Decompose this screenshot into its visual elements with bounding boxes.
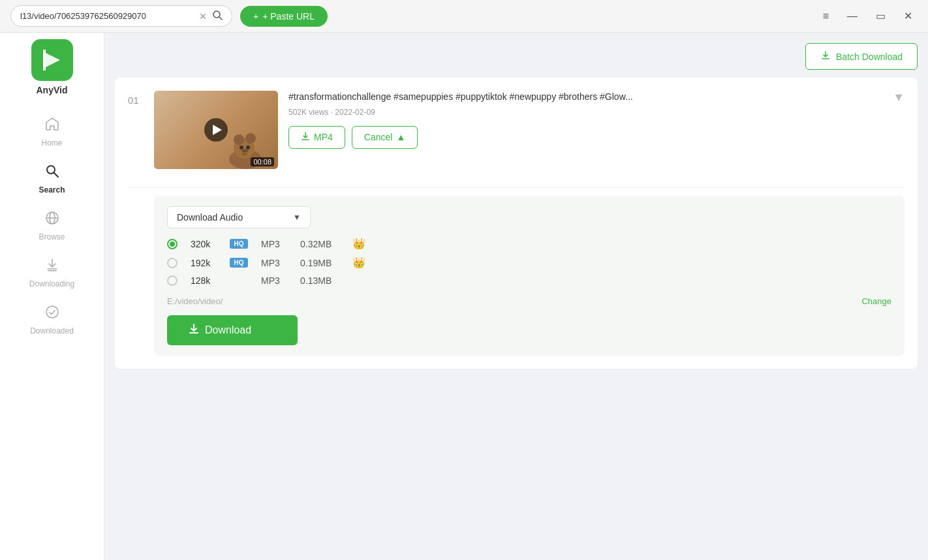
- dropdown-arrow-icon: ▼: [293, 213, 301, 222]
- search-nav-icon: [44, 163, 60, 183]
- format-options: 320k HQ MP3 0.32MB 👑 192k HQ MP3 0.19MB …: [167, 238, 891, 286]
- main-layout: AnyVid Home Search: [0, 33, 928, 560]
- download-audio-label: Download Audio: [177, 212, 243, 223]
- format-row-320k: 320k HQ MP3 0.32MB 👑: [167, 238, 891, 250]
- crown-icon-320k: 👑: [352, 238, 365, 250]
- format-mp3-192k: MP3: [261, 258, 287, 268]
- svg-point-14: [240, 146, 243, 149]
- app-logo: AnyVid: [31, 39, 73, 95]
- svg-point-8: [46, 306, 58, 318]
- svg-point-13: [245, 133, 256, 144]
- radio-128k[interactable]: [167, 275, 178, 286]
- sidebar: AnyVid Home Search: [0, 33, 104, 560]
- app-name: AnyVid: [37, 85, 68, 95]
- paste-url-label: + Paste URL: [262, 11, 315, 22]
- menu-button[interactable]: ≡: [818, 8, 834, 25]
- mp4-button[interactable]: MP4: [288, 126, 345, 149]
- url-area: l13/video/7062539762560929070 ✕ + + Past…: [10, 5, 818, 27]
- close-button[interactable]: ✕: [899, 7, 918, 25]
- play-button[interactable]: [204, 118, 228, 142]
- logo-icon: [31, 39, 73, 81]
- expand-arrow-icon[interactable]: ▼: [893, 91, 905, 104]
- batch-download-icon: [820, 50, 831, 63]
- video-meta: 502K views · 2022-02-09: [288, 108, 882, 117]
- bitrate-128k: 128k: [191, 275, 217, 286]
- title-bar: l13/video/7062539762560929070 ✕ + + Past…: [0, 0, 928, 33]
- batch-download-label: Batch Download: [836, 52, 903, 62]
- filesize-128k: 0.13MB: [300, 275, 339, 286]
- svg-point-12: [234, 134, 244, 145]
- home-label: Home: [41, 138, 62, 148]
- svg-rect-7: [48, 270, 57, 272]
- download-audio-dropdown[interactable]: Download Audio ▼: [167, 206, 311, 228]
- svg-point-15: [246, 146, 250, 149]
- url-clear-button[interactable]: ✕: [199, 11, 207, 22]
- separator: [128, 187, 905, 188]
- url-input-container: l13/video/7062539762560929070 ✕: [10, 5, 232, 27]
- home-icon: [44, 116, 60, 136]
- filesize-192k: 0.19MB: [300, 258, 339, 268]
- paste-url-icon: +: [253, 11, 258, 22]
- video-card: 01: [115, 78, 918, 369]
- downloaded-label: Downloaded: [30, 326, 74, 335]
- sidebar-item-search[interactable]: Search: [0, 155, 104, 202]
- download-btn-icon: [188, 323, 200, 337]
- downloaded-icon: [44, 304, 60, 324]
- svg-point-16: [241, 149, 248, 153]
- maximize-button[interactable]: ▭: [871, 7, 891, 25]
- browse-icon: [44, 210, 60, 230]
- save-path-text: E:/video/video/: [167, 296, 223, 306]
- sidebar-item-downloading[interactable]: Downloading: [0, 249, 104, 296]
- video-info: #transformationchallenge #samepuppies #p…: [288, 91, 882, 149]
- cancel-chevron-icon: ▲: [396, 132, 405, 142]
- mp4-download-icon: [301, 132, 310, 143]
- format-row-192k: 192k HQ MP3 0.19MB 👑: [167, 257, 891, 269]
- sidebar-item-downloaded[interactable]: Downloaded: [0, 296, 104, 343]
- svg-line-1: [219, 17, 222, 20]
- video-number: 01: [128, 91, 144, 106]
- paste-url-button[interactable]: + + Paste URL: [240, 6, 328, 27]
- url-search-button[interactable]: [212, 10, 223, 22]
- video-actions: MP4 Cancel ▲: [288, 126, 882, 149]
- format-mp3-128k: MP3: [261, 275, 287, 286]
- radio-192k[interactable]: [167, 258, 178, 268]
- hq-badge-320k: HQ: [230, 239, 248, 249]
- cancel-label: Cancel: [364, 132, 393, 142]
- minimize-button[interactable]: —: [842, 8, 863, 25]
- sidebar-item-home[interactable]: Home: [0, 108, 104, 155]
- browse-label: Browse: [39, 232, 65, 241]
- change-path-button[interactable]: Change: [861, 296, 891, 306]
- video-header: 01: [128, 91, 905, 169]
- video-title: #transformationchallenge #samepuppies #p…: [288, 91, 882, 104]
- search-label: Search: [39, 185, 65, 194]
- bitrate-192k: 192k: [191, 258, 217, 268]
- hq-badge-192k: HQ: [230, 258, 248, 268]
- cancel-button[interactable]: Cancel ▲: [352, 126, 418, 149]
- url-display: l13/video/7062539762560929070: [20, 11, 194, 21]
- video-thumbnail[interactable]: 00:08: [154, 91, 278, 169]
- radio-320k[interactable]: [167, 239, 178, 249]
- format-mp3-320k: MP3: [261, 239, 287, 249]
- sidebar-item-browse[interactable]: Browse: [0, 202, 104, 249]
- svg-line-3: [54, 173, 57, 177]
- format-row-128k: 128k MP3 0.13MB: [167, 275, 891, 286]
- bitrate-320k: 320k: [191, 239, 217, 249]
- content-area: Batch Download 01: [104, 33, 928, 560]
- download-audio-section: Download Audio ▼ 320k HQ MP3 0.32MB 👑: [154, 196, 905, 356]
- download-button[interactable]: Download: [167, 315, 298, 345]
- batch-download-container: Batch Download: [115, 43, 918, 70]
- downloading-label: Downloading: [29, 279, 74, 288]
- mp4-label: MP4: [314, 132, 333, 142]
- crown-icon-192k: 👑: [352, 257, 365, 269]
- video-duration: 00:08: [251, 157, 274, 166]
- window-controls: ≡ — ▭ ✕: [818, 7, 918, 25]
- downloading-icon: [44, 257, 60, 277]
- batch-download-button[interactable]: Batch Download: [805, 43, 918, 70]
- save-path-row: E:/video/video/ Change: [167, 296, 891, 306]
- download-btn-label: Download: [205, 324, 251, 336]
- filesize-320k: 0.32MB: [300, 239, 339, 249]
